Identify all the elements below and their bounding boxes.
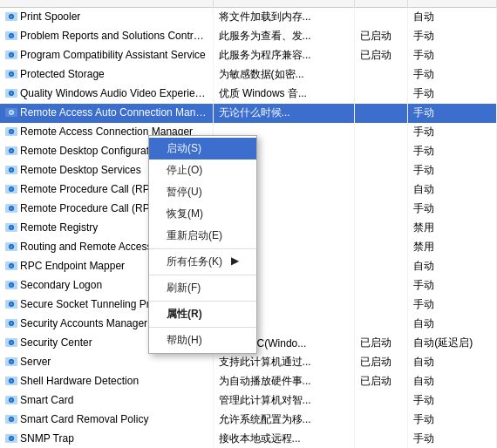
service-startup: 手动 (408, 430, 497, 449)
table-row[interactable]: Print Spooler将文件加载到内存...自动 (0, 8, 497, 27)
service-startup: 自动 (408, 315, 497, 334)
svg-point-56 (10, 360, 13, 363)
service-desc: 接收本地或远程... (213, 430, 355, 449)
menu-separator (149, 248, 256, 249)
svg-point-32 (10, 207, 13, 209)
context-menu-item[interactable]: 所有任务(K) (149, 251, 256, 273)
svg-point-8 (10, 53, 13, 56)
service-name-label: Routing and Remote Access (20, 241, 152, 253)
service-name: SNMP Trap (0, 430, 213, 449)
service-name-label: Shell Hardware Detection (20, 375, 139, 387)
service-status (355, 295, 408, 315)
service-startup: 手动 (408, 411, 497, 430)
service-desc: 将文件加载到内存... (213, 8, 355, 27)
service-status (355, 315, 408, 334)
service-status: 已启动 (355, 353, 408, 372)
svg-point-23 (10, 149, 13, 152)
service-startup: 手动 (408, 27, 497, 46)
service-name: Quality Windows Audio Video Experience (0, 85, 213, 104)
table-row[interactable]: Problem Reports and Solutions Control Pa… (0, 27, 497, 46)
service-status (355, 411, 408, 430)
service-desc: 支持此计算机通过... (213, 353, 355, 372)
gear-icon (5, 356, 17, 368)
gear-icon (5, 10, 17, 23)
service-startup: 手动 (408, 104, 497, 123)
svg-point-29 (10, 187, 13, 190)
context-menu-item[interactable]: 启动(S) (149, 138, 256, 160)
context-menu-item[interactable]: 停止(O) (149, 160, 256, 181)
service-status (355, 238, 408, 257)
service-status (355, 85, 408, 104)
service-startup: 手动 (408, 85, 497, 104)
service-status: 已启动 (355, 46, 408, 65)
svg-point-2 (10, 16, 13, 18)
service-name: Smart Card (0, 391, 213, 411)
svg-point-11 (10, 72, 13, 75)
context-menu-item[interactable]: 重新启动(E) (149, 225, 256, 247)
svg-point-50 (10, 322, 13, 324)
context-menu-item[interactable]: 属性(R) (149, 303, 256, 325)
service-status (355, 180, 408, 200)
service-status: 已启动 (355, 372, 408, 391)
service-status (355, 391, 408, 411)
context-menu-item[interactable]: 恢复(M) (149, 203, 256, 225)
table-row[interactable]: Smart Card管理此计算机对智...手动 (0, 391, 497, 411)
gear-icon (5, 126, 17, 138)
table-header (0, 0, 497, 8)
service-desc: 为自动播放硬件事... (213, 372, 355, 391)
table-row[interactable]: Program Compatibility Assistant Service此… (0, 46, 497, 65)
service-status (355, 65, 408, 85)
service-startup: 自动 (408, 180, 497, 200)
svg-point-62 (10, 398, 13, 401)
service-name: Shell Hardware Detection (0, 372, 213, 391)
service-startup: 自动 (408, 353, 497, 372)
service-name-label: Program Compatibility Assistant Service (20, 49, 206, 61)
service-startup: 手动 (408, 142, 497, 161)
service-name-label: Remote Desktop Services (20, 164, 141, 176)
svg-point-5 (10, 34, 13, 37)
service-startup: 禁用 (408, 219, 497, 238)
gear-icon (5, 260, 17, 272)
service-startup: 禁用 (408, 238, 497, 257)
service-desc: 管理此计算机对智... (213, 391, 355, 411)
gear-icon (5, 183, 17, 195)
service-desc: 此服务为查看、发... (213, 27, 355, 46)
context-menu-item[interactable]: 暂停(U) (149, 181, 256, 203)
context-menu-item[interactable]: 刷新(F) (149, 277, 256, 299)
svg-point-53 (10, 341, 13, 343)
table-row[interactable]: Quality Windows Audio Video Experience优质… (0, 85, 497, 104)
table-row[interactable]: Protected Storage为敏感数据(如密...手动 (0, 65, 497, 85)
svg-point-44 (10, 283, 13, 286)
col-desc-header[interactable] (213, 0, 355, 8)
svg-point-20 (10, 130, 13, 132)
table-row[interactable]: Remote Access Auto Connection Manager无论什… (0, 104, 497, 123)
table-row[interactable]: SNMP Trap接收本地或远程...手动 (0, 430, 497, 449)
service-startup: 手动 (408, 123, 497, 142)
table-row[interactable]: Smart Card Removal Policy允许系统配置为移...手动 (0, 411, 497, 430)
service-name-label: Quality Windows Audio Video Experience (20, 87, 212, 99)
service-startup: 手动 (408, 46, 497, 65)
service-status (355, 8, 408, 27)
table-row[interactable]: Shell Hardware Detection为自动播放硬件事...已启动自动 (0, 372, 497, 391)
service-desc: 优质 Windows 音... (213, 85, 355, 104)
col-status-header[interactable] (355, 0, 408, 8)
service-startup: 自动 (408, 8, 497, 27)
svg-point-26 (10, 168, 13, 171)
service-startup: 手动 (408, 65, 497, 85)
service-startup: 手动 (408, 200, 497, 219)
service-startup: 手动 (408, 161, 497, 180)
service-name: Print Spooler (0, 8, 213, 27)
context-menu-item[interactable]: 帮助(H) (149, 329, 256, 351)
col-name-header[interactable] (0, 0, 213, 8)
svg-point-14 (10, 92, 13, 94)
service-status (355, 430, 408, 449)
service-name-label: Security Accounts Manager (20, 317, 147, 329)
gear-icon (5, 202, 17, 214)
table-row[interactable]: Server支持此计算机通过...已启动自动 (0, 353, 497, 372)
service-status (355, 123, 408, 142)
gear-icon (5, 145, 17, 157)
service-name-label: Remote Registry (20, 221, 98, 234)
service-name-label: Remote Procedure Call (RPC) (20, 183, 160, 195)
col-startup-header[interactable] (408, 0, 497, 8)
service-status (355, 104, 408, 123)
